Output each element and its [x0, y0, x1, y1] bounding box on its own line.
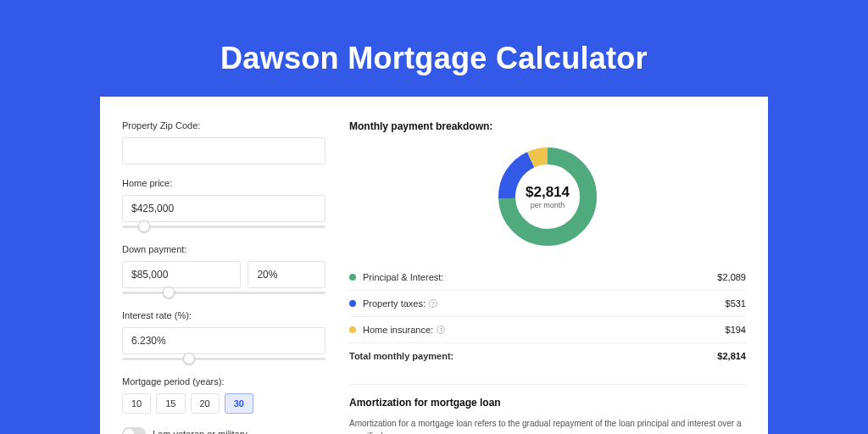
period-button-30[interactable]: 30 — [225, 393, 253, 414]
breakdown-title: Monthly payment breakdown: — [349, 120, 746, 132]
zip-input[interactable] — [122, 137, 326, 164]
breakdown-row: Property taxes:?$531 — [349, 291, 746, 317]
amortization-title: Amortization for mortgage loan — [349, 397, 746, 409]
down-payment-pct-input[interactable] — [248, 261, 326, 288]
interest-rate-input[interactable] — [122, 327, 326, 354]
legend-dot-icon — [349, 326, 356, 333]
breakdown-panel: Monthly payment breakdown: $2,814 per mo… — [349, 120, 746, 434]
amortization-text: Amortization for a mortgage loan refers … — [349, 417, 746, 434]
home-price-slider[interactable] — [122, 225, 326, 232]
amortization-section: Amortization for mortgage loan Amortizat… — [349, 384, 746, 434]
home-price-input[interactable] — [122, 195, 326, 222]
breakdown-row: Home insurance:?$194 — [349, 317, 746, 343]
interest-rate-label: Interest rate (%): — [122, 310, 326, 320]
mortgage-period-group: 10152030 — [122, 393, 326, 414]
home-price-label: Home price: — [122, 178, 326, 188]
zip-label: Property Zip Code: — [122, 120, 326, 131]
breakdown-row-value: $531 — [726, 298, 746, 309]
breakdown-row-label: Principal & Interest: — [363, 272, 717, 282]
breakdown-total-row: Total monthly payment: $2,814 — [349, 343, 746, 369]
breakdown-row-label: Home insurance:? — [363, 325, 726, 335]
breakdown-donut: $2,814 per month — [495, 144, 600, 249]
breakdown-row-label: Property taxes:? — [363, 298, 726, 309]
mortgage-period-label: Mortgage period (years): — [122, 376, 326, 387]
veteran-toggle[interactable] — [122, 427, 146, 434]
interest-rate-slider[interactable] — [122, 358, 326, 364]
breakdown-total-label: Total monthly payment: — [349, 351, 717, 361]
form-panel: Property Zip Code: Home price: Down paym… — [122, 120, 326, 434]
breakdown-total-value: $2,814 — [717, 351, 746, 361]
info-icon[interactable]: ? — [429, 299, 437, 308]
period-button-20[interactable]: 20 — [191, 393, 220, 414]
breakdown-row-value: $194 — [726, 325, 746, 335]
period-button-15[interactable]: 15 — [156, 393, 185, 414]
donut-amount: $2,814 — [526, 184, 570, 201]
down-payment-input[interactable] — [122, 261, 241, 288]
breakdown-rows: Principal & Interest:$2,089Property taxe… — [349, 264, 746, 343]
down-payment-label: Down payment: — [122, 244, 326, 254]
donut-subtext: per month — [526, 201, 570, 209]
legend-dot-icon — [349, 274, 356, 281]
info-icon[interactable]: ? — [437, 326, 445, 334]
down-payment-slider[interactable] — [122, 292, 326, 298]
veteran-label: I am veteran or military — [153, 429, 248, 434]
breakdown-row-value: $2,089 — [717, 272, 746, 282]
page-title: Dawson Mortgage Calculator — [220, 41, 648, 76]
period-button-10[interactable]: 10 — [122, 393, 151, 414]
breakdown-row: Principal & Interest:$2,089 — [349, 264, 746, 291]
legend-dot-icon — [349, 300, 356, 307]
calculator-card: Property Zip Code: Home price: Down paym… — [100, 97, 768, 434]
